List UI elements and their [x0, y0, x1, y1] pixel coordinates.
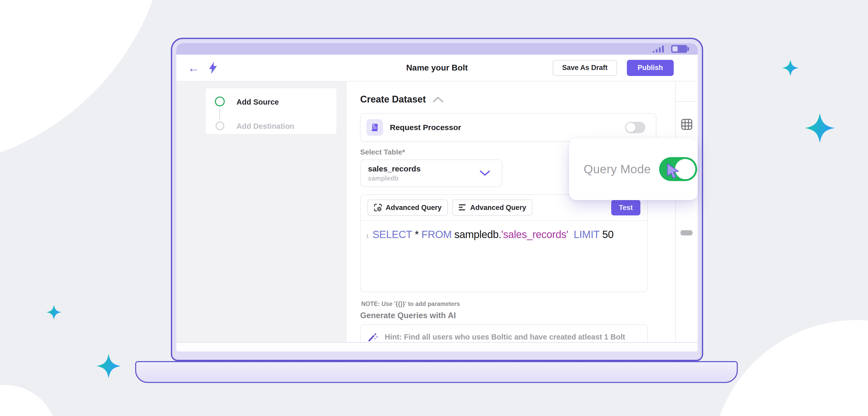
select-table-label: Select Table*	[360, 148, 405, 157]
steps-sidebar: Add Source Add Destination	[176, 81, 347, 342]
sidebar-item-add-destination[interactable]: Add Destination	[237, 122, 294, 131]
bolt-logo-icon	[209, 62, 217, 74]
battery-icon	[671, 45, 687, 53]
chevron-up-icon[interactable]	[433, 96, 443, 103]
query-mode-label: Query Mode	[584, 162, 651, 176]
decor-circle-top-left	[0, 0, 169, 169]
bottom-strip	[176, 342, 698, 351]
app-header: ← Name your Bolt Save As Draft Publish	[176, 55, 698, 81]
frame-gear-icon	[374, 203, 382, 212]
request-processor-label: Request Processor	[390, 123, 461, 132]
page-title: Name your Bolt	[406, 63, 468, 73]
ai-hint-input[interactable]: Hint: Find all users who uses Boltic and…	[360, 324, 648, 342]
ai-hint-placeholder: Hint: Find all users who uses Boltic and…	[385, 333, 625, 341]
parameters-note: NOTE: Use '{{}}' to add parameters	[361, 301, 460, 308]
chevron-down-icon[interactable]	[479, 170, 490, 177]
section-title: Create Dataset	[360, 94, 426, 105]
main-panel: Create Dataset	[347, 81, 675, 342]
mouse-pointer-icon	[666, 163, 681, 179]
publish-button[interactable]: Publish	[627, 60, 674, 76]
back-button[interactable]: ←	[188, 62, 200, 74]
advanced-query-button[interactable]: Advanced Query	[368, 200, 448, 216]
test-button[interactable]: Test	[611, 200, 641, 215]
sql-editor[interactable]: 1 SELECT * FROM sampledb.'sales_records'…	[361, 221, 647, 240]
advanced-query-label: Advanced Query	[386, 204, 442, 212]
generate-queries-title: Generate Queries with AI	[360, 311, 456, 320]
app-body: Add Source Add Destination Create Datase…	[176, 81, 698, 342]
sql-query-text: SELECT * FROM sampledb.'sales_records' L…	[372, 229, 614, 240]
signal-icon	[653, 45, 664, 53]
query-editor-panel: Advanced Query Adva	[360, 194, 648, 292]
line-number: 1	[366, 233, 369, 239]
sparkle-icon	[46, 304, 62, 320]
table-grid-icon[interactable]	[681, 118, 693, 130]
sparkle-icon	[804, 112, 835, 144]
align-left-icon	[458, 204, 467, 211]
query-mode-popup: Query Mode	[569, 138, 698, 200]
right-toolbar-rail	[675, 81, 698, 342]
rail-divider	[676, 101, 698, 102]
advanced-query-label: Advanced Query	[470, 204, 526, 212]
sparkle-icon	[782, 59, 799, 76]
sidebar-item-add-source[interactable]: Add Source	[237, 98, 279, 106]
request-processor-card: Request Processor	[360, 113, 656, 142]
save-as-draft-button[interactable]: Save As Draft	[553, 60, 617, 76]
scroll-icon	[366, 119, 383, 136]
step-connector	[219, 109, 220, 120]
decor-circle-bottom-left	[0, 385, 57, 416]
step-pending-circle-icon	[216, 122, 224, 130]
request-processor-toggle[interactable]	[625, 122, 645, 133]
magic-wand-icon	[368, 332, 378, 342]
advanced-query-button[interactable]: Advanced Query	[452, 200, 533, 216]
sparkle-icon	[96, 353, 121, 379]
step-active-circle-icon	[215, 97, 225, 106]
steps-card: Add Source Add Destination	[205, 88, 337, 134]
table-select-dropdown[interactable]: sales_records sampledb	[360, 160, 502, 187]
rail-hidden-icon[interactable]	[681, 230, 692, 236]
marketing-canvas: ← Name your Bolt Save As Draft Publish A	[0, 0, 868, 416]
status-bar	[176, 43, 698, 55]
laptop-base	[135, 361, 738, 383]
